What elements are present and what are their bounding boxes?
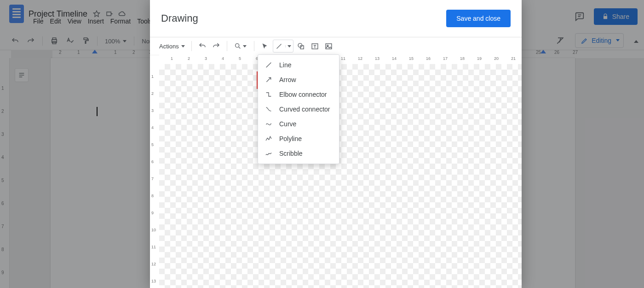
ruler-tick: 15 [409,56,414,61]
ruler-tick: 13 [151,279,156,283]
line-menu-item-arrow[interactable]: Arrow [258,72,339,87]
separator [227,41,227,51]
drawing-h-ruler: 123456789101112131415161718192021 [159,55,522,65]
line-menu-item-label: Line [279,61,291,69]
svg-line-10 [239,47,240,48]
line-tool-dropdown[interactable] [285,45,293,47]
line-tool-menu: LineArrowElbow connectorCurved connector… [258,54,339,164]
save-and-close-button[interactable]: Save and close [446,10,511,27]
line-icon [264,61,273,69]
elbow-icon [264,91,273,98]
ruler-tick: 12 [151,262,156,266]
separator [191,41,192,51]
ruler-tick: 10 [151,228,156,232]
ruler-tick: 1 [171,56,173,61]
ruler-tick: 18 [460,56,465,61]
line-menu-item-label: Arrow [279,76,296,83]
ruler-tick: 6 [151,159,154,164]
polyline-icon [264,135,273,142]
svg-rect-15 [326,43,332,48]
curve-icon [264,120,273,128]
image-tool-button[interactable] [323,40,335,53]
line-menu-item-label: Scribble [279,150,303,157]
textbox-tool-button[interactable] [309,40,321,53]
ruler-tick: 14 [392,56,397,61]
ruler-tick: 9 [151,211,154,215]
drawing-toolbar: Actions [150,37,522,55]
actions-menu-button[interactable]: Actions [157,40,187,53]
ruler-tick: 13 [375,56,380,61]
line-menu-item-line[interactable]: Line [258,58,339,72]
ruler-tick: 21 [511,56,516,61]
undo-button[interactable] [196,40,208,53]
redo-button[interactable] [210,40,222,53]
line-menu-item-label: Curved connector [279,106,330,113]
drawing-dialog-title: Drawing [161,12,198,24]
line-menu-item-label: Curve [279,120,296,128]
select-tool-button[interactable] [259,40,271,53]
drawing-v-ruler: 12345678910111213 [150,64,160,288]
line-menu-item-label: Polyline [279,135,302,142]
ruler-tick: 4 [222,56,224,61]
svg-line-18 [266,77,270,82]
ruler-tick: 1 [151,74,154,79]
ruler-tick: 8 [151,194,154,198]
ruler-tick: 11 [151,245,156,249]
ruler-tick: 3 [151,108,154,113]
chevron-down-icon [288,45,291,47]
line-menu-item-polyline[interactable]: Polyline [258,131,339,146]
line-tool-main[interactable] [273,43,285,50]
shape-tool-button[interactable] [295,40,307,53]
ruler-tick: 20 [494,56,499,61]
drawing-dialog-header: Drawing Save and close [150,0,522,37]
chevron-down-icon [243,45,247,47]
ruler-tick: 11 [341,56,345,61]
ruler-tick: 17 [443,56,448,61]
ruler-tick: 7 [151,176,154,181]
svg-line-11 [277,44,282,48]
ruler-tick: 2 [188,56,190,61]
line-menu-item-curved-connector[interactable]: Curved connector [258,102,339,117]
chevron-down-icon [181,45,185,47]
svg-line-17 [266,63,271,68]
arrow-icon [264,76,273,83]
ruler-tick: 16 [426,56,431,61]
separator [254,41,254,51]
line-menu-item-scribble[interactable]: Scribble [258,146,339,161]
ruler-tick: 5 [239,56,241,61]
line-menu-item-elbow-connector[interactable]: Elbow connector [258,87,339,102]
line-menu-item-label: Elbow connector [279,91,327,98]
ruler-tick: 2 [151,91,154,96]
ruler-tick: 12 [358,56,362,61]
zoom-button[interactable] [232,40,249,53]
ruler-tick: 19 [477,56,482,61]
drawing-canvas[interactable] [159,64,522,288]
line-tool-button[interactable] [273,40,293,53]
ruler-tick: 3 [205,56,207,61]
curved-conn-icon [264,106,273,113]
svg-point-9 [236,44,239,47]
line-menu-item-curve[interactable]: Curve [258,117,339,131]
ruler-tick: 5 [151,142,154,147]
ruler-tick: 4 [151,125,154,130]
scribble-icon [264,150,273,157]
